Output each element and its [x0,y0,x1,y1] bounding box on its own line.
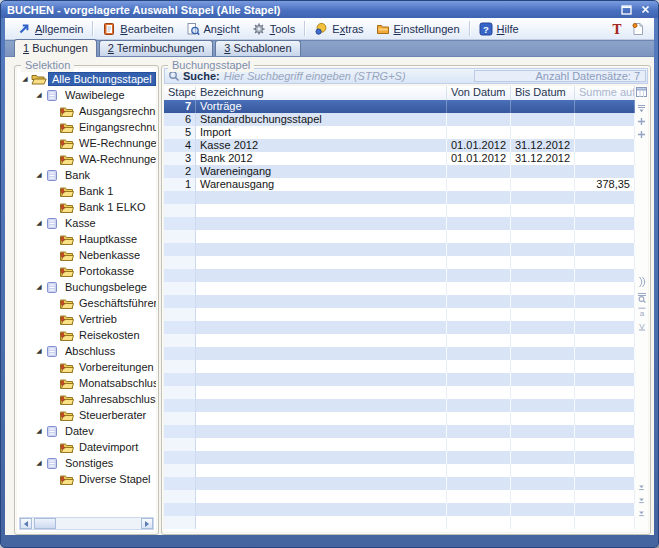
column-header-summe[interactable]: Summe aufgelaufen [575,86,635,100]
grip-icon[interactable] [636,276,647,288]
column-header-von[interactable]: Von Datum [447,86,511,100]
tree-item-nebenkasse[interactable]: Nebenkasse [17,247,156,263]
expand-arrow-icon[interactable]: ◢ [33,279,45,295]
new-document-button[interactable] [631,22,644,36]
add-row-icon[interactable] [636,130,647,139]
expand-arrow-icon[interactable]: ◢ [19,71,31,87]
table-row-empty[interactable] [164,269,635,282]
column-header-bezeichnung[interactable]: Bezeichnung [196,86,447,100]
close-button[interactable] [639,4,652,16]
table-row-empty[interactable] [164,347,635,360]
menu-hilfe[interactable]: ?Hilfe [473,21,525,37]
table-row[interactable]: 7Vorträge [164,100,635,113]
expand-arrow-icon[interactable]: ◢ [33,343,45,359]
table-row-empty[interactable] [164,490,635,503]
table-row-empty[interactable] [164,256,635,269]
menu-allgemein[interactable]: Allgemein [11,21,89,37]
tree-item-steuerberater[interactable]: Steuerberater [17,407,156,423]
tree-item-abschluss[interactable]: ◢Abschluss [17,343,156,359]
table-row-empty[interactable] [164,217,635,230]
tree-item-monatsabschluss[interactable]: Monatsabschluss [17,375,156,391]
tab-2-terminbuchungen[interactable]: 2 Terminbuchungen [99,40,213,56]
tree-item-alle-buchungsstapel[interactable]: ◢Alle Buchungsstapel [17,71,156,87]
tree-item-we-rechnungen-ohne-wawi[interactable]: WE-Rechnungen ohne Wawi [17,135,156,151]
tab-1-buchungen[interactable]: 1 Buchungen [14,39,97,57]
tree-item-wa-rechnungen-ohne-wawi[interactable]: WA-Rechnungen ohne Wawi [17,151,156,167]
table-row-empty[interactable] [164,282,635,295]
scrollbar-thumb[interactable] [34,518,56,529]
table-row-empty[interactable] [164,334,635,347]
scroll-left-button[interactable] [20,518,32,529]
tree-item-ausgangsrechnungen[interactable]: Ausgangsrechnungen [17,103,156,119]
table-row-empty[interactable] [164,295,635,308]
menu-ansicht[interactable]: Ansicht [180,21,246,37]
grid-search-icon[interactable] [636,292,647,303]
tree-item-portokasse[interactable]: Portokasse [17,263,156,279]
tree-item-wawibelege[interactable]: ◢Wawibelege [17,87,156,103]
tree-horizontal-scrollbar[interactable] [19,517,154,530]
tree-item-eingangsrechnungen[interactable]: Eingangsrechnungen [17,119,156,135]
tree-item-bank-1[interactable]: Bank 1 [17,183,156,199]
scroll-end-icon[interactable] [636,508,647,517]
table-row[interactable]: 2Wareneingang [164,165,635,178]
tree-item-bank[interactable]: ◢Bank [17,167,156,183]
scroll-right-button[interactable] [141,518,153,529]
expand-arrow-icon[interactable]: ◢ [33,167,45,183]
tree-item-sonstiges[interactable]: ◢Sonstiges [17,455,156,471]
tree-item-reisekosten[interactable]: Reisekosten [17,327,156,343]
table-row[interactable]: 6Standardbuchungsstapel [164,113,635,126]
table-row-empty[interactable] [164,412,635,425]
tree-item-geschäftsführer[interactable]: Geschäftsführer [17,295,156,311]
expand-arrow-icon[interactable]: ◢ [33,87,45,103]
menu-einstellungen[interactable]: Einstellungen [370,21,466,37]
table-row-empty[interactable] [164,399,635,412]
menu-bearbeiten[interactable]: Bearbeiten [96,21,179,37]
tree-item-hauptkasse[interactable]: Hauptkasse [17,231,156,247]
expand-row-icon[interactable] [636,117,647,126]
scroll-end-icon[interactable] [636,482,647,491]
column-header-stapel[interactable]: Stapel [164,86,196,100]
table-row-empty[interactable] [164,373,635,386]
menu-extras[interactable]: Extras [308,21,369,37]
column-chooser-icon[interactable] [636,87,647,97]
table-row[interactable]: 1Warenausgang378,35 [164,178,635,191]
expand-arrow-icon[interactable]: ◢ [33,215,45,231]
expand-arrow-icon[interactable]: ◢ [33,423,45,439]
table-row-empty[interactable] [164,516,635,529]
table-row[interactable]: 3Bank 201201.01.201231.12.2012 [164,152,635,165]
table-row-empty[interactable] [164,386,635,399]
menu-tools[interactable]: Tools [246,21,302,37]
filter-icon[interactable]: V [636,321,647,331]
tab-3-schablonen[interactable]: 3 Schablonen [215,40,300,56]
maximize-button[interactable] [620,4,633,16]
tree-item-datevimport[interactable]: Datevimport [17,439,156,455]
table-row[interactable]: 5Import [164,126,635,139]
tree-item-kasse[interactable]: ◢Kasse [17,215,156,231]
text-tool-button[interactable]: T [611,22,623,36]
expand-arrow-icon[interactable]: ◢ [33,455,45,471]
table-row-empty[interactable] [164,230,635,243]
table-row-empty[interactable] [164,308,635,321]
collapse-rows-icon[interactable] [636,104,647,113]
search-input[interactable] [224,70,468,82]
table-row-empty[interactable] [164,477,635,490]
table-row-empty[interactable] [164,464,635,477]
tree-item-jahresabschluss[interactable]: Jahresabschluss [17,391,156,407]
table-row-empty[interactable] [164,243,635,256]
table-row-empty[interactable] [164,425,635,438]
table-row[interactable]: 4Kasse 201201.01.201231.12.2012 [164,139,635,152]
tree-item-bank-1-elko[interactable]: Bank 1 ELKO [17,199,156,215]
table-row-empty[interactable] [164,503,635,516]
table-row-empty[interactable] [164,191,635,204]
table-row-empty[interactable] [164,451,635,464]
table-row-empty[interactable] [164,438,635,451]
tree-item-datev[interactable]: ◢Datev [17,423,156,439]
tree-item-diverse-stapel[interactable]: Diverse Stapel [17,471,156,487]
tree-item-vorbereitungen[interactable]: Vorbereitungen [17,359,156,375]
tree-item-buchungsbelege[interactable]: ◢Buchungsbelege [17,279,156,295]
scroll-end-icon[interactable] [636,495,647,504]
sort-icon[interactable]: a [636,307,647,317]
table-row-empty[interactable] [164,321,635,334]
column-header-bis[interactable]: Bis Datum [511,86,575,100]
tree-item-vertrieb[interactable]: Vertrieb [17,311,156,327]
